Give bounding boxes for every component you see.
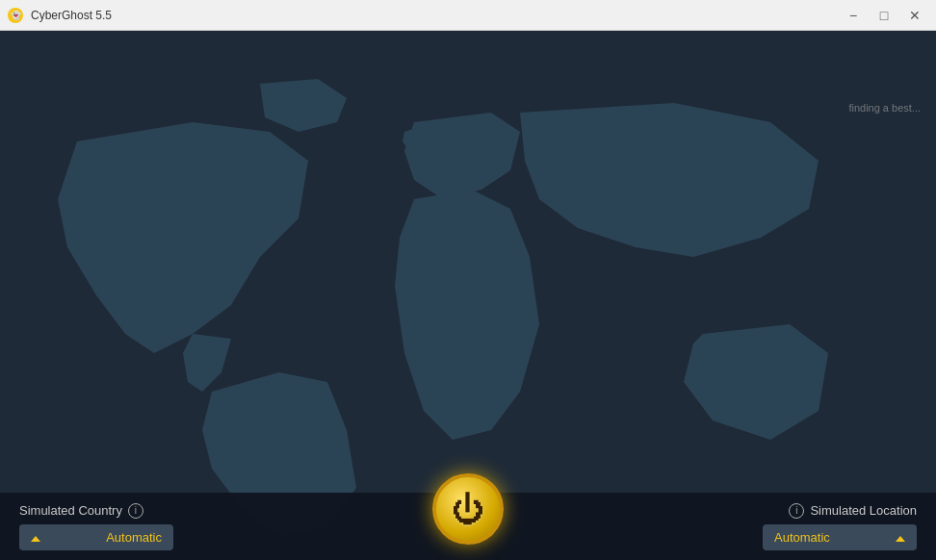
close-button[interactable]: ✕ (901, 6, 928, 25)
power-icon: ⏻ (452, 491, 484, 528)
power-button-wrapper: ⏻ (432, 473, 504, 545)
app-icon: 👻 (8, 8, 23, 23)
app-body: ≡ 👻 CyberGhost FREE UPGRADE NOW finding … (0, 31, 936, 560)
simulated-location-section: i Simulated Location Automatic (705, 503, 917, 550)
simulated-country-label: Simulated Country (19, 503, 122, 518)
simulated-country-label-row: Simulated Country i (19, 503, 231, 519)
power-button[interactable]: ⏻ (432, 473, 504, 545)
simulated-country-value: Automatic (106, 530, 162, 545)
title-bar-left: 👻 CyberGhost 5.5 (8, 8, 112, 23)
title-bar: 👻 CyberGhost 5.5 − □ ✕ (0, 0, 936, 31)
find-server-hint: finding a best... (848, 102, 921, 114)
maximize-button[interactable]: □ (871, 6, 897, 25)
simulated-location-value: Automatic (774, 530, 830, 545)
simulated-location-label: Simulated Location (810, 503, 917, 518)
simulated-location-dropdown[interactable]: Automatic (763, 524, 917, 550)
app-title: CyberGhost 5.5 (31, 9, 112, 22)
window-controls: − □ ✕ (840, 6, 928, 25)
simulated-location-info-icon[interactable]: i (789, 503, 804, 519)
dropdown-arrow-up-right (896, 531, 905, 542)
minimize-button[interactable]: − (840, 6, 867, 25)
simulated-country-info-icon[interactable]: i (128, 503, 143, 519)
dropdown-arrow-up-left (31, 531, 40, 542)
simulated-country-dropdown[interactable]: Automatic (19, 524, 173, 550)
simulated-country-section: Simulated Country i Automatic (19, 503, 231, 550)
simulated-location-label-row: i Simulated Location (789, 503, 917, 519)
